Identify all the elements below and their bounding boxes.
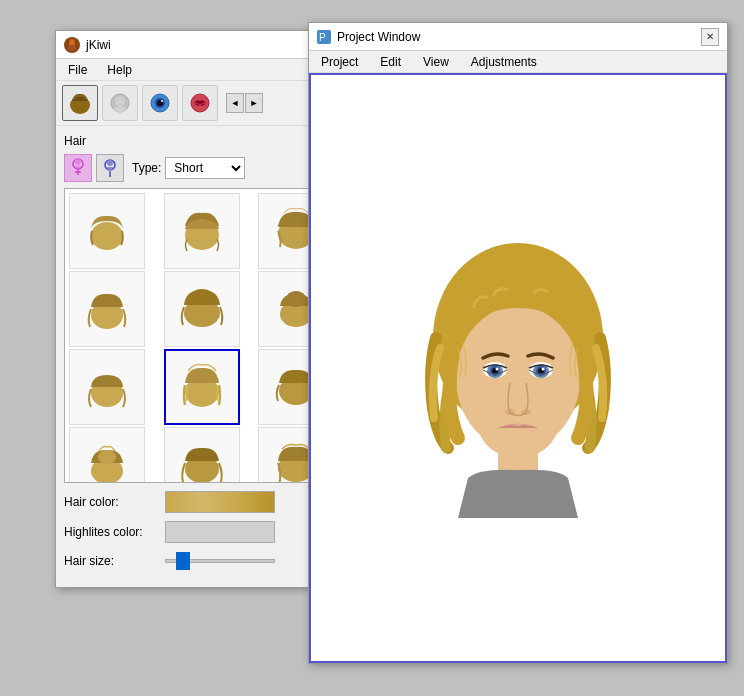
project-title: Project Window: [337, 30, 420, 44]
svg-point-6: [114, 106, 126, 112]
svg-point-2: [68, 45, 76, 51]
menu-file[interactable]: File: [64, 62, 91, 78]
slider-thumb[interactable]: [176, 552, 190, 570]
svg-point-18: [107, 160, 113, 166]
hair-item-5[interactable]: [164, 271, 240, 347]
svg-point-26: [286, 291, 306, 307]
toolbar-lips-icon[interactable]: [182, 85, 218, 121]
hair-item-4[interactable]: [69, 271, 145, 347]
project-menu-project[interactable]: Project: [317, 54, 362, 70]
project-app-icon: P: [317, 30, 331, 44]
svg-point-15: [75, 159, 81, 165]
toolbar-next-button[interactable]: ►: [245, 93, 263, 113]
svg-point-31: [98, 450, 116, 464]
svg-point-19: [91, 222, 123, 250]
hair-size-label: Hair size:: [64, 554, 159, 568]
project-menu-edit[interactable]: Edit: [376, 54, 405, 70]
svg-text:P: P: [319, 32, 326, 43]
menu-help[interactable]: Help: [103, 62, 136, 78]
hair-item-2[interactable]: [164, 193, 240, 269]
character-svg: [398, 208, 638, 528]
hair-item-10[interactable]: [69, 427, 145, 483]
project-canvas: [309, 73, 727, 663]
svg-point-49: [505, 409, 515, 415]
male-gender-button[interactable]: [96, 154, 124, 182]
jkiwi-app-icon: [64, 37, 80, 53]
jkiwi-title: jKiwi: [86, 38, 111, 52]
hair-color-label: Hair color:: [64, 495, 159, 509]
toolbar-nav: ◄ ►: [226, 93, 263, 113]
head-render: [398, 208, 638, 528]
project-titlebar: P Project Window ✕: [309, 23, 727, 51]
project-menu-bar: Project Edit View Adjustments: [309, 51, 727, 73]
highlight-color-swatch[interactable]: [165, 521, 275, 543]
project-window: P Project Window ✕ Project Edit View Adj…: [308, 22, 728, 664]
highlight-color-label: Highlites color:: [64, 525, 159, 539]
toolbar-prev-button[interactable]: ◄: [226, 93, 244, 113]
hair-item-11[interactable]: [164, 427, 240, 483]
project-close-button[interactable]: ✕: [701, 28, 719, 46]
toolbar-face-icon[interactable]: [102, 85, 138, 121]
hair-item-8[interactable]: [164, 349, 240, 425]
svg-point-48: [542, 368, 545, 371]
hair-item-1[interactable]: [69, 193, 145, 269]
svg-point-43: [496, 368, 499, 371]
project-menu-adjustments[interactable]: Adjustments: [467, 54, 541, 70]
slider-track: [165, 559, 275, 563]
type-select[interactable]: Short Long Curly Braided Updo: [165, 157, 245, 179]
hair-color-swatch[interactable]: [165, 491, 275, 513]
svg-point-10: [161, 100, 163, 102]
female-gender-button[interactable]: [64, 154, 92, 182]
hair-item-7[interactable]: [69, 349, 145, 425]
type-label: Type:: [132, 161, 161, 175]
svg-point-50: [521, 409, 531, 415]
toolbar-hair-icon[interactable]: [62, 85, 98, 121]
toolbar-eye-icon[interactable]: [142, 85, 178, 121]
svg-point-5: [115, 96, 125, 106]
svg-point-24: [190, 289, 214, 305]
project-menu-view[interactable]: View: [419, 54, 453, 70]
